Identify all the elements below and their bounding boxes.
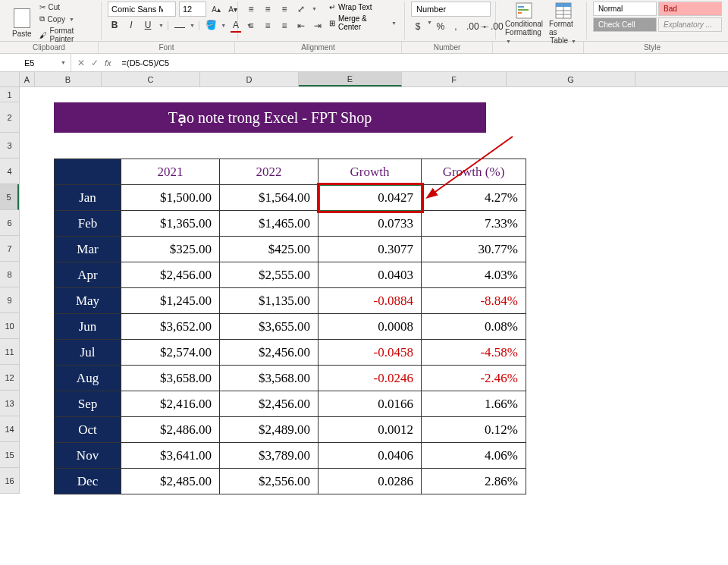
month-cell[interactable]: Jan (55, 185, 121, 211)
paste-button[interactable]: Paste (9, 8, 35, 38)
value-2021-cell[interactable]: $2,485.00 (121, 469, 220, 494)
align-bottom-button[interactable]: ≡ (278, 2, 291, 16)
fill-color-button[interactable]: 🪣 (203, 18, 217, 32)
value-2022-cell[interactable]: $1,564.00 (220, 185, 318, 211)
col-header-a[interactable]: A (20, 72, 35, 86)
col-header-g[interactable]: G (507, 72, 635, 86)
value-2021-cell[interactable]: $2,416.00 (121, 391, 220, 417)
value-2021-cell[interactable]: $325.00 (121, 237, 220, 262)
value-2022-cell[interactable]: $3,789.00 (220, 443, 318, 469)
style-bad[interactable]: Bad (658, 2, 722, 16)
header-2021[interactable]: 2021 (121, 159, 220, 185)
value-2022-cell[interactable]: $2,489.00 (220, 417, 318, 443)
font-name-select[interactable] (108, 2, 176, 17)
merge-center-button[interactable]: ⊞Merge & Center▼ (328, 13, 398, 33)
decrease-decimal-button[interactable]: ←.00 (479, 20, 493, 33)
month-cell[interactable]: Oct (55, 417, 121, 443)
growth-cell[interactable]: -0.0458 (318, 340, 422, 366)
formula-input[interactable] (118, 54, 728, 71)
value-2021-cell[interactable]: $3,658.00 (121, 366, 220, 391)
growth-cell[interactable]: -0.0246 (318, 366, 422, 391)
align-center-button[interactable]: ≡ (261, 19, 275, 33)
border-button[interactable] (172, 18, 186, 32)
growth-pct-cell[interactable]: 30.77% (422, 237, 526, 262)
header-blank[interactable] (55, 159, 121, 185)
month-cell[interactable]: Aug (55, 366, 121, 391)
align-top-button[interactable]: ≡ (244, 2, 258, 16)
copy-button[interactable]: ⧉Copy▼ (38, 13, 95, 25)
value-2021-cell[interactable]: $2,574.00 (121, 340, 220, 366)
fx-icon[interactable]: fx (105, 58, 111, 67)
growth-pct-cell[interactable]: -2.46% (422, 366, 526, 391)
style-normal[interactable]: Normal (593, 2, 657, 16)
style-check-cell[interactable]: Check Cell (593, 17, 657, 32)
decrease-indent-button[interactable]: ⇤ (294, 19, 308, 33)
increase-indent-button[interactable]: ⇥ (311, 19, 325, 33)
value-2022-cell[interactable]: $2,456.00 (220, 391, 318, 417)
col-header-f[interactable]: F (402, 72, 507, 86)
row-header-9[interactable]: 9 (0, 287, 19, 313)
row-header-5[interactable]: 5 (0, 184, 19, 210)
wrap-text-button[interactable]: ↵Wrap Text (328, 2, 398, 13)
value-2022-cell[interactable]: $2,555.00 (220, 262, 318, 288)
month-cell[interactable]: Mar (55, 237, 121, 262)
row-header-12[interactable]: 12 (0, 365, 19, 391)
align-left-button[interactable]: ≡ (244, 19, 258, 33)
row-header-7[interactable]: 7 (0, 236, 19, 262)
growth-cell[interactable]: 0.0012 (318, 417, 422, 443)
value-2021-cell[interactable]: $1,365.00 (121, 211, 220, 237)
growth-cell[interactable]: 0.0166 (318, 391, 422, 417)
row-header-15[interactable]: 15 (0, 442, 19, 468)
growth-pct-cell[interactable]: -8.84% (422, 288, 526, 314)
select-all-corner[interactable] (0, 72, 20, 87)
month-cell[interactable]: Sep (55, 391, 121, 417)
growth-pct-cell[interactable]: 1.66% (422, 391, 526, 417)
growth-pct-cell[interactable]: 2.86% (422, 469, 526, 494)
value-2021-cell[interactable]: $1,245.00 (121, 288, 220, 314)
row-header-4[interactable]: 4 (0, 159, 19, 184)
value-2021-cell[interactable]: $2,486.00 (121, 417, 220, 443)
style-explanatory[interactable]: Explanatory ... (658, 17, 722, 32)
month-cell[interactable]: Jun (55, 314, 121, 340)
value-2022-cell[interactable]: $1,465.00 (220, 211, 318, 237)
align-middle-button[interactable]: ≡ (261, 2, 275, 16)
row-header-3[interactable]: 3 (0, 133, 19, 159)
growth-cell[interactable]: 0.0427 (318, 185, 422, 211)
month-cell[interactable]: Feb (55, 211, 121, 237)
row-header-11[interactable]: 11 (0, 339, 19, 365)
growth-pct-cell[interactable]: 4.27% (422, 185, 526, 211)
orientation-button[interactable]: ⤢ (294, 2, 308, 16)
month-cell[interactable]: May (55, 288, 121, 314)
row-header-10[interactable]: 10 (0, 313, 19, 339)
bold-button[interactable]: B (108, 18, 121, 32)
value-2022-cell[interactable]: $425.00 (220, 237, 318, 262)
row-header-1[interactable]: 1 (0, 87, 19, 102)
growth-cell[interactable]: 0.3077 (318, 237, 422, 262)
value-2022-cell[interactable]: $2,456.00 (220, 340, 318, 366)
enter-formula-icon[interactable]: ✓ (91, 58, 99, 68)
value-2021-cell[interactable]: $1,500.00 (121, 185, 220, 211)
row-header-2[interactable]: 2 (0, 102, 19, 133)
increase-decimal-button[interactable]: .00→ (464, 20, 478, 33)
row-header-16[interactable]: 16 (0, 468, 19, 494)
font-color-button[interactable]: A (229, 18, 243, 32)
growth-cell[interactable]: 0.0406 (318, 443, 422, 469)
row-header-6[interactable]: 6 (0, 210, 19, 236)
col-header-d[interactable]: D (200, 72, 299, 86)
row-header-13[interactable]: 13 (0, 391, 19, 416)
col-header-b[interactable]: B (35, 72, 102, 86)
value-2021-cell[interactable]: $3,652.00 (121, 314, 220, 340)
value-2021-cell[interactable]: $3,641.00 (121, 443, 220, 469)
sheet-body[interactable]: Tạo note trong Excel - FPT Shop 2021 202… (20, 87, 728, 494)
conditional-formatting-button[interactable]: Conditional Formatting ▼ (502, 2, 546, 45)
number-format-select[interactable] (411, 2, 491, 17)
growth-pct-cell[interactable]: 0.12% (422, 417, 526, 443)
value-2021-cell[interactable]: $2,456.00 (121, 262, 220, 288)
name-box[interactable]: E5 ▼ (20, 54, 71, 71)
month-cell[interactable]: Apr (55, 262, 121, 288)
font-size-select[interactable] (179, 2, 206, 17)
italic-button[interactable]: I (124, 18, 138, 32)
value-2022-cell[interactable]: $1,135.00 (220, 288, 318, 314)
value-2022-cell[interactable]: $3,655.00 (220, 314, 318, 340)
currency-button[interactable]: $ (411, 20, 425, 33)
